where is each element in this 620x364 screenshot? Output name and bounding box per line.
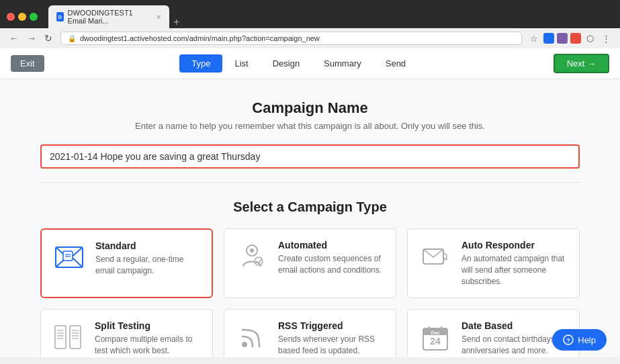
tab-favicon: D bbox=[56, 12, 64, 21]
campaign-type-automated[interactable]: Automated Create custom sequences of ema… bbox=[224, 228, 396, 298]
section-divider bbox=[40, 182, 580, 183]
campaign-name-subtitle: Enter a name to help you remember what t… bbox=[40, 121, 580, 131]
standard-card-title: Standard bbox=[95, 240, 201, 251]
svg-point-20 bbox=[242, 342, 247, 347]
tab-type[interactable]: Type bbox=[179, 54, 222, 73]
svg-rect-15 bbox=[70, 326, 81, 349]
reload-button[interactable]: ↻ bbox=[42, 32, 55, 45]
bookmark-star-button[interactable]: ☆ bbox=[527, 32, 541, 45]
extension-btn-purple[interactable] bbox=[557, 33, 568, 44]
rss-triggered-icon bbox=[235, 320, 269, 354]
top-nav: Exit Type List Design Summary Send Next … bbox=[0, 48, 620, 79]
auto-responder-card-title: Auto Responder bbox=[461, 240, 568, 251]
campaign-name-input[interactable] bbox=[40, 144, 580, 169]
rss-triggered-card-text: RSS Triggered Sends whenever your RSS ba… bbox=[278, 320, 385, 357]
campaign-type-split-testing[interactable]: Split Testing Compare multiple emails to… bbox=[40, 309, 213, 357]
tab-title-text: DWOODINGTEST1 Email Mari... bbox=[68, 9, 149, 25]
address-bar[interactable]: 🔒 dwoodingtest1.activehosted.com/admin/m… bbox=[60, 32, 522, 45]
automated-icon bbox=[235, 240, 269, 273]
next-button[interactable]: Next → bbox=[553, 54, 609, 73]
standard-card-text: Standard Send a regular, one-time email … bbox=[95, 240, 201, 277]
nav-buttons: ← → ↻ bbox=[7, 32, 55, 45]
split-testing-card-text: Split Testing Compare multiple emails to… bbox=[95, 320, 202, 357]
automated-card-desc: Create custom sequences of email actions… bbox=[278, 253, 385, 276]
campaign-name-title: Campaign Name bbox=[40, 99, 580, 117]
active-browser-tab[interactable]: D DWOODINGTEST1 Email Mari... ✕ bbox=[48, 5, 169, 28]
rss-triggered-card-desc: Sends whenever your RSS based feed is up… bbox=[278, 334, 385, 357]
auto-responder-icon bbox=[418, 240, 452, 273]
maximize-traffic-light[interactable] bbox=[30, 13, 38, 21]
split-testing-icon bbox=[52, 320, 85, 354]
app-container: Exit Type List Design Summary Send Next … bbox=[0, 48, 620, 357]
select-campaign-type-title: Select a Campaign Type bbox=[40, 199, 580, 215]
browser-chrome: D DWOODINGTEST1 Email Mari... ✕ + ← → ↻ … bbox=[0, 0, 620, 48]
svg-line-2 bbox=[73, 258, 83, 267]
tab-send[interactable]: Send bbox=[373, 54, 418, 73]
close-traffic-light[interactable] bbox=[7, 13, 15, 21]
svg-text:?: ? bbox=[567, 337, 571, 344]
minimize-traffic-light[interactable] bbox=[18, 13, 26, 21]
svg-rect-10 bbox=[55, 326, 66, 349]
campaign-type-auto-responder[interactable]: Auto Responder An automated campaign tha… bbox=[407, 228, 580, 298]
automated-card-title: Automated bbox=[278, 240, 385, 251]
extension-btn-red[interactable] bbox=[570, 33, 581, 44]
traffic-lights bbox=[7, 13, 38, 21]
campaign-type-standard[interactable]: Standard Send a regular, one-time email … bbox=[40, 228, 213, 298]
svg-text:Dec: Dec bbox=[431, 330, 440, 335]
campaign-steps-nav: Type List Design Summary Send bbox=[179, 54, 418, 73]
campaign-type-rss-triggered[interactable]: RSS Triggered Sends whenever your RSS ba… bbox=[224, 309, 396, 357]
extension-btn-blue[interactable] bbox=[543, 33, 554, 44]
menu-button[interactable]: ⋮ bbox=[599, 32, 613, 45]
tab-bar: D DWOODINGTEST1 Email Mari... ✕ + bbox=[48, 5, 179, 28]
address-bar-container: ← → ↻ 🔒 dwoodingtest1.activehosted.com/a… bbox=[0, 28, 620, 48]
auto-responder-card-desc: An automated campaign that will send aft… bbox=[461, 253, 568, 287]
tab-close-button[interactable]: ✕ bbox=[156, 13, 161, 21]
help-button[interactable]: ? Help bbox=[552, 329, 607, 351]
lock-icon: 🔒 bbox=[68, 35, 76, 42]
tab-list[interactable]: List bbox=[222, 54, 260, 73]
back-button[interactable]: ← bbox=[7, 32, 21, 45]
extensions-button[interactable]: ⬡ bbox=[584, 32, 596, 45]
standard-icon bbox=[52, 240, 86, 274]
help-icon: ? bbox=[563, 334, 574, 345]
svg-point-7 bbox=[250, 248, 254, 253]
svg-text:24: 24 bbox=[430, 336, 441, 347]
browser-toolbar: ☆ ⬡ ⋮ bbox=[527, 32, 613, 45]
tab-design[interactable]: Design bbox=[261, 54, 312, 73]
split-testing-card-title: Split Testing bbox=[95, 320, 202, 331]
exit-button[interactable]: Exit bbox=[11, 55, 44, 72]
rss-triggered-card-title: RSS Triggered bbox=[278, 320, 385, 331]
forward-button[interactable]: → bbox=[24, 32, 39, 45]
split-testing-card-desc: Compare multiple emails to test which wo… bbox=[95, 334, 202, 357]
svg-rect-3 bbox=[63, 251, 73, 261]
automated-card-text: Automated Create custom sequences of ema… bbox=[278, 240, 385, 276]
date-based-card-title: Date Based bbox=[461, 320, 568, 331]
auto-responder-card-text: Auto Responder An automated campaign tha… bbox=[461, 240, 568, 287]
main-content: Campaign Name Enter a name to help you r… bbox=[0, 79, 620, 357]
address-text: dwoodingtest1.activehosted.com/admin/mai… bbox=[80, 34, 320, 42]
new-tab-button[interactable]: + bbox=[173, 16, 179, 28]
tab-summary[interactable]: Summary bbox=[312, 54, 373, 73]
campaign-types-grid: Standard Send a regular, one-time email … bbox=[40, 228, 580, 357]
standard-card-desc: Send a regular, one-time email campaign. bbox=[95, 254, 201, 277]
date-based-icon: Dec 24 bbox=[418, 320, 452, 354]
help-button-label: Help bbox=[578, 335, 596, 345]
